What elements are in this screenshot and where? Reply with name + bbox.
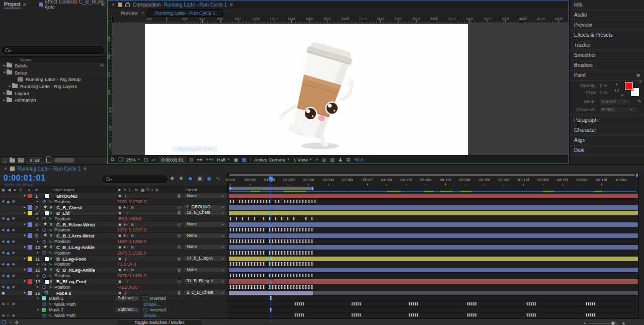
keyframe-icon[interactable]: I <box>299 227 301 232</box>
keyframe-icon[interactable]: I <box>284 273 286 278</box>
project-panel-menu-icon[interactable]: ≡ <box>23 2 26 8</box>
keyframe-icon[interactable]: I <box>242 262 244 267</box>
row-timeline-track[interactable] <box>227 290 639 296</box>
flow-value[interactable]: 0 % <box>600 90 608 95</box>
keyframe-cluster[interactable]: IIIII <box>351 302 361 306</box>
keyframe-icon[interactable]: I <box>281 227 283 232</box>
graph-editor-icon[interactable]: ∿ <box>216 176 220 181</box>
eye-icon[interactable]: ◉ <box>2 291 5 295</box>
row-left-columns[interactable]: ▼11#B_LLeg-Foot☻ʃ◎14. B_LLeg-A▼ <box>0 256 227 262</box>
keyframe-icon[interactable]: I <box>284 199 286 204</box>
keyframe-icon[interactable]: I <box>229 199 231 204</box>
keyframe-icon[interactable]: I <box>257 227 259 232</box>
graph-icon[interactable]: ∿ <box>48 301 52 306</box>
inverted-checkbox[interactable] <box>143 296 147 301</box>
keyframe-icon[interactable]: I <box>257 262 259 267</box>
keyframe-icon[interactable]: I <box>308 227 310 232</box>
keyframe-icon[interactable]: I <box>275 199 277 204</box>
twirl-icon[interactable]: ► <box>36 263 39 266</box>
keyframe-icon[interactable]: I <box>308 199 310 204</box>
keyframe-icon[interactable]: I <box>311 262 313 267</box>
keyframe-icon[interactable]: I <box>229 216 231 221</box>
keyframe-icon[interactable]: I <box>232 227 234 232</box>
parent-pickwhip-icon[interactable]: ◎ <box>177 279 181 284</box>
keyframe-icon[interactable]: I <box>293 216 295 221</box>
twirl-icon[interactable]: ▼ <box>23 268 26 271</box>
keyframe-icon[interactable]: I <box>248 285 250 290</box>
fx-switch-icon[interactable]: fx <box>131 268 134 272</box>
label-color-chip[interactable] <box>28 222 32 227</box>
keyframe-icon[interactable]: I <box>242 216 244 221</box>
keyframe-icon[interactable]: I <box>229 273 231 278</box>
stopwatch-icon[interactable]: ◷ <box>42 301 46 306</box>
shy-switch-icon[interactable]: ☻ <box>118 291 122 295</box>
property-name[interactable]: Position <box>54 216 70 221</box>
property-name[interactable]: Position <box>54 251 70 256</box>
paint-mode-dropdown[interactable]: Normal <box>599 98 632 105</box>
keyframe-icon[interactable]: I <box>245 285 247 290</box>
keyframe-cluster[interactable]: IIIII <box>467 313 477 317</box>
keyframe-icon[interactable]: I <box>254 262 256 267</box>
stopwatch-icon[interactable]: ◷ <box>42 216 46 221</box>
keyframe-icon[interactable]: I <box>263 251 265 256</box>
panel-character[interactable]: Character <box>570 125 644 135</box>
keyframe-icon[interactable]: I <box>232 273 234 278</box>
preview-subtab[interactable]: Preview <box>121 10 138 16</box>
keyframe-icon[interactable]: I <box>275 239 277 244</box>
property-value[interactable]: 2075.5,1582.0 <box>117 251 146 256</box>
property-name[interactable]: Position <box>54 199 70 204</box>
keyframe-icon[interactable]: I <box>305 285 307 290</box>
keyframe-cluster[interactable]: IIIII <box>294 302 304 306</box>
keyframe-icon[interactable]: I <box>235 285 237 290</box>
property-name[interactable]: Position <box>54 273 70 278</box>
keyframe-icon[interactable]: I <box>263 199 265 204</box>
keyframe-cluster[interactable]: IIIII <box>526 302 536 306</box>
row-left-columns[interactable]: ◀◇▶◷∿Mask PathShape... <box>0 313 227 318</box>
stopwatch-icon[interactable]: ◷ <box>42 250 46 255</box>
keyframe-icon[interactable]: I <box>299 251 301 256</box>
grid-guides-icon[interactable]: ⊡ <box>144 157 148 162</box>
keyframe-icon[interactable]: I <box>299 239 301 244</box>
keyframe-icon[interactable]: I <box>257 273 259 278</box>
keyframe-icon[interactable]: I <box>275 285 277 290</box>
layer-duration-bar[interactable] <box>229 268 638 272</box>
active-camera-dropdown[interactable]: Active Camera▼ <box>254 157 290 162</box>
keyframe-icon[interactable]: I <box>275 273 277 278</box>
keyframe-icon[interactable]: I <box>235 239 237 244</box>
layer-duration-bar[interactable] <box>229 211 638 215</box>
row-timeline-track[interactable]: I <box>227 296 639 301</box>
fx-switch-icon[interactable]: fx <box>131 205 134 210</box>
next-keyframe-icon[interactable]: ▶ <box>13 199 15 203</box>
twirl-icon[interactable]: ► <box>2 92 7 95</box>
keyframe-icon[interactable]: I <box>308 273 310 278</box>
row-left-columns[interactable]: ▼12★#C_B_RLeg-Ankle☻☀∕fx◎None▼ <box>0 267 227 273</box>
row-left-columns[interactable]: ▼13#B_RLeg-Foot☻∕◎31. B_RLeg-A▼ <box>0 279 227 284</box>
keyframe-icon[interactable]: I <box>305 273 307 278</box>
keyframe-icon[interactable]: I <box>232 239 234 244</box>
shy-switch-icon[interactable]: ☻ <box>118 211 122 215</box>
draft-3d-icon[interactable]: ❖ <box>179 176 183 181</box>
row-left-columns[interactable]: ◀◆▶►◷∿Position2370.5,1207.3 <box>0 227 227 233</box>
layer-duration-bar[interactable] <box>229 222 638 227</box>
keyframe-icon[interactable]: I <box>305 227 307 232</box>
twirl-icon[interactable]: ▼ <box>36 297 39 300</box>
channels-dropdown[interactable]: RGBA <box>599 106 639 113</box>
keyframe-icon[interactable]: I <box>263 216 265 221</box>
panel-audio[interactable]: Audio <box>570 10 644 20</box>
composition-panel-menu-icon[interactable]: ≡ <box>230 2 233 8</box>
parent-column-header[interactable]: Parent <box>185 188 197 192</box>
row-timeline-track[interactable]: IIIIIIIIIIIIIIIIIIIIIIIIIII <box>227 284 639 290</box>
foreground-color-swatch[interactable] <box>624 82 633 91</box>
keyframe-icon[interactable]: I <box>229 227 231 232</box>
keyframe-icon[interactable]: I <box>229 262 231 267</box>
keyframe-icon[interactable]: I <box>287 285 289 290</box>
twirl-icon[interactable]: ▼ <box>23 246 26 249</box>
keyframe-icon[interactable]: I <box>275 216 277 221</box>
layer-name[interactable]: B_RLeg-Foot <box>56 279 87 284</box>
comp-mini-flowchart-icon[interactable]: ✥ <box>170 176 174 181</box>
sun-switch-icon[interactable]: ☀ <box>123 268 126 272</box>
keyframe-icon[interactable]: I <box>305 239 307 244</box>
layer-name[interactable]: Face 2 <box>56 290 71 296</box>
curve-switch-icon[interactable]: ʃ <box>125 291 126 295</box>
keyframe-icon[interactable]: I <box>305 199 307 204</box>
